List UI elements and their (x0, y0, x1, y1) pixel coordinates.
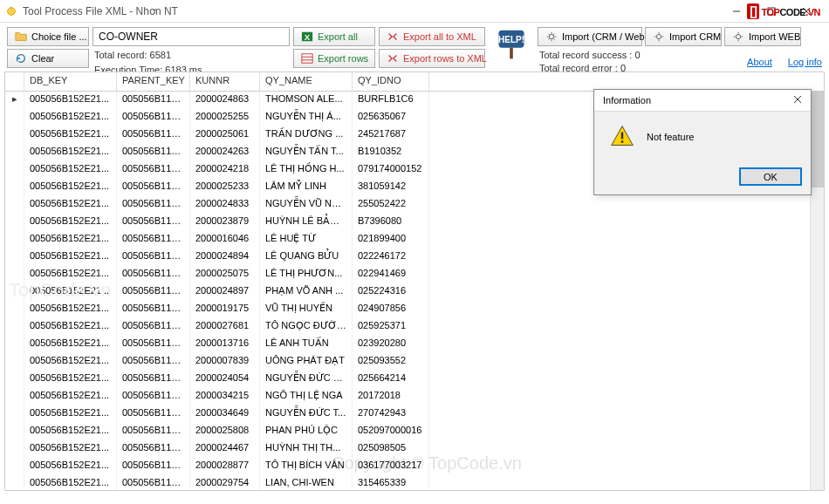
table-row[interactable]: 005056B152E21...005056B111111...20000248… (5, 249, 824, 266)
cell-parentkey[interactable]: 005056B111111... (117, 353, 190, 371)
cell-qyidno[interactable]: 255052422 (353, 196, 429, 214)
cell-qyidno[interactable]: 245217687 (353, 126, 429, 144)
cell-qyidno[interactable]: 025224316 (353, 283, 429, 301)
cell-qyidno[interactable]: 381059142 (353, 179, 429, 196)
table-row[interactable]: 005056B152E21...005056B111111...20000248… (5, 283, 824, 301)
cell-dbkey[interactable]: 005056B152E21... (24, 423, 117, 440)
about-link[interactable]: About (747, 57, 772, 67)
cell-kunnr[interactable]: 2000013716 (190, 336, 260, 353)
cell-qyname[interactable]: THOMSON ALE... (260, 92, 353, 109)
cell-parentkey[interactable]: 005056B111111... (117, 231, 190, 249)
table-row[interactable]: 005056B152E21...005056B111111...20000250… (5, 266, 824, 283)
help-icon[interactable]: HELP! (492, 27, 531, 64)
export-rows-xml-button[interactable]: Export rows to XML (379, 49, 485, 68)
cell-dbkey[interactable]: 005056B152E21... (24, 231, 117, 249)
cell-qyname[interactable]: LIAN, CHI-WEN (260, 475, 353, 490)
table-row[interactable]: 005056B152E21...005056B111111...20000346… (5, 405, 824, 423)
cell-qyname[interactable]: HUỲNH THỊ TH... (260, 440, 353, 458)
table-row[interactable]: 005056B152E21...005056B111111...20000160… (5, 231, 824, 249)
cell-dbkey[interactable]: 005056B152E21... (24, 458, 117, 475)
import-crm-button[interactable]: Import CRM (645, 27, 722, 46)
cell-parentkey[interactable]: 005056B111111... (117, 388, 190, 405)
table-row[interactable]: 005056B152E21...005056B111111...20000342… (5, 388, 824, 405)
cell-qyidno[interactable]: B1910352 (353, 144, 429, 161)
cell-kunnr[interactable]: 2000024467 (190, 440, 260, 458)
cell-qyname[interactable]: NGUYỄN ĐỨC H... (260, 371, 353, 388)
cell-parentkey[interactable]: 005056B111111... (117, 196, 190, 214)
cell-qyname[interactable]: HUỲNH LÊ BẢO ... (260, 214, 353, 231)
col-qyidno[interactable]: QY_IDNO (353, 72, 429, 91)
table-row[interactable]: 005056B152E21...005056B111111...20000078… (5, 353, 824, 371)
cell-qyidno[interactable]: 079174000152 (353, 161, 429, 179)
dialog-ok-button[interactable]: OK (739, 167, 802, 186)
cell-qyidno[interactable]: 025098505 (353, 440, 429, 458)
cell-kunnr[interactable]: 2000019175 (190, 301, 260, 318)
cell-dbkey[interactable]: 005056B152E21... (24, 405, 117, 423)
cell-parentkey[interactable]: 005056B111111... (117, 214, 190, 231)
cell-parentkey[interactable]: 005056B111111... (117, 249, 190, 266)
cell-qyidno[interactable]: 022246172 (353, 249, 429, 266)
cell-parentkey[interactable]: 005056B111111... (117, 144, 190, 161)
cell-qyname[interactable]: TÔ NGỌC ĐƯỜNG (260, 318, 353, 336)
cell-dbkey[interactable]: 005056B152E21... (24, 371, 117, 388)
cell-parentkey[interactable]: 005056B111111... (117, 458, 190, 475)
table-row[interactable]: 005056B152E21...005056B111111...20000258… (5, 423, 824, 440)
cell-dbkey[interactable]: 005056B152E21... (24, 249, 117, 266)
cell-qyidno[interactable]: B7396080 (353, 214, 429, 231)
cell-qyname[interactable]: NGUYỄN VŨ NH... (260, 196, 353, 214)
cell-dbkey[interactable]: 005056B152E21... (24, 353, 117, 371)
cell-qyname[interactable]: LÂM MỸ LINH (260, 179, 353, 196)
cell-qyidno[interactable]: 022941469 (353, 266, 429, 283)
import-web-button[interactable]: Import WEB (724, 27, 801, 46)
cell-dbkey[interactable]: 005056B152E21... (24, 109, 117, 126)
cell-kunnr[interactable]: 2000025075 (190, 266, 260, 283)
cell-qyidno[interactable]: 036177003217 (353, 458, 429, 475)
cell-kunnr[interactable]: 2000024863 (190, 92, 260, 109)
import-crm-web-button[interactable]: Import (CRM / Web) (538, 27, 642, 46)
export-all-button[interactable]: X Export all (293, 27, 375, 46)
export-rows-button[interactable]: Export rows (293, 49, 375, 68)
dialog-close-button[interactable] (793, 95, 802, 106)
cell-qyname[interactable]: LÊ QUANG BỬU (260, 249, 353, 266)
cell-dbkey[interactable]: 005056B152E21... (24, 336, 117, 353)
cell-parentkey[interactable]: 005056B111111... (117, 475, 190, 490)
cell-dbkey[interactable]: 005056B152E21... (24, 388, 117, 405)
cell-kunnr[interactable]: 2000024263 (190, 144, 260, 161)
table-row[interactable]: 005056B152E21...005056B111111...20000191… (5, 301, 824, 318)
cell-qyname[interactable]: LÊ ANH TUẤN (260, 336, 353, 353)
cell-parentkey[interactable]: 005056B111111... (117, 423, 190, 440)
cell-dbkey[interactable]: 005056B152E21... (24, 283, 117, 301)
cell-qyname[interactable]: UÔNG PHÁT ĐẠT (260, 353, 353, 371)
cell-dbkey[interactable]: 005056B152E21... (24, 214, 117, 231)
cell-dbkey[interactable]: 005056B152E21... (24, 318, 117, 336)
cell-qyname[interactable]: LÊ THỊ PHƯƠN... (260, 266, 353, 283)
cell-kunnr[interactable]: 2000027681 (190, 318, 260, 336)
cell-kunnr[interactable]: 2000029754 (190, 475, 260, 490)
scrollbar[interactable] (810, 92, 824, 490)
table-row[interactable]: 005056B152E21...005056B111111...20000288… (5, 458, 824, 475)
cell-qyidno[interactable]: 315465339 (353, 475, 429, 490)
cell-dbkey[interactable]: 005056B152E21... (24, 144, 117, 161)
col-kunnr[interactable]: KUNNR (190, 72, 260, 91)
clear-button[interactable]: Clear (7, 49, 89, 68)
cell-kunnr[interactable]: 2000025233 (190, 179, 260, 196)
cell-parentkey[interactable]: 005056B111111... (117, 109, 190, 126)
cell-kunnr[interactable]: 2000023879 (190, 214, 260, 231)
cell-qyidno[interactable]: 025664214 (353, 371, 429, 388)
col-parentkey[interactable]: PARENT_KEY (117, 72, 190, 91)
cell-parentkey[interactable]: 005056B111111... (117, 92, 190, 109)
table-row[interactable]: 005056B152E21...005056B111111...20000244… (5, 440, 824, 458)
cell-qyname[interactable]: NGUYỄN TẤN T... (260, 144, 353, 161)
cell-dbkey[interactable]: 005056B152E21... (24, 179, 117, 196)
cell-dbkey[interactable]: 005056B152E21... (24, 475, 117, 490)
cell-dbkey[interactable]: 005056B152E21... (24, 126, 117, 144)
col-dbkey[interactable]: DB_KEY (24, 72, 117, 91)
cell-qyname[interactable]: TRẦN DƯƠNG ... (260, 126, 353, 144)
cell-kunnr[interactable]: 2000025255 (190, 109, 260, 126)
export-all-xml-button[interactable]: Export all to XML (379, 27, 485, 46)
cell-qyidno[interactable]: 023920280 (353, 336, 429, 353)
cell-dbkey[interactable]: 005056B152E21... (24, 161, 117, 179)
cell-dbkey[interactable]: 005056B152E21... (24, 196, 117, 214)
cell-parentkey[interactable]: 005056B111111... (117, 371, 190, 388)
col-selector[interactable] (5, 72, 24, 91)
